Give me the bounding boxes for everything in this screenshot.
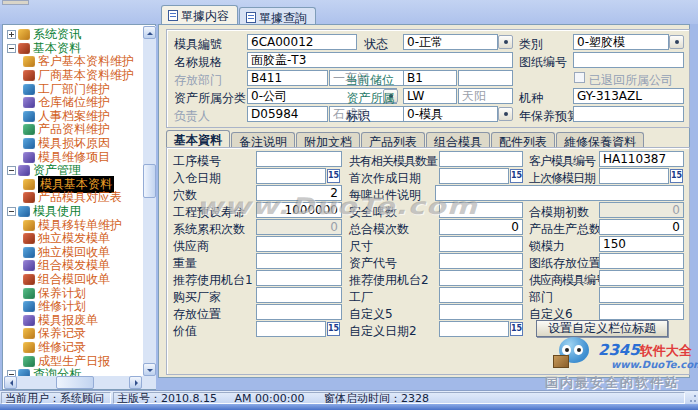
- scroll-up-button[interactable]: [143, 26, 156, 39]
- detail-tab-strip: 基本資料 备注说明 附加文档 产品列表 组合模具 配件列表 維修保養資料: [166, 130, 645, 148]
- collapse-icon[interactable]: [7, 44, 16, 53]
- shot-output-desc-input[interactable]: [435, 185, 684, 201]
- inbound-date-input[interactable]: [256, 168, 326, 184]
- purchase-vendor-input[interactable]: [256, 287, 342, 303]
- calendar-icon[interactable]: 15: [510, 169, 523, 183]
- mold-code-label: 模具編號: [174, 36, 222, 53]
- flag-combo-input[interactable]: [403, 106, 498, 122]
- store-dept-code-input[interactable]: [247, 70, 328, 86]
- collapse-icon[interactable]: [7, 207, 16, 216]
- calendar-icon[interactable]: 15: [510, 322, 523, 336]
- size-input[interactable]: [439, 236, 523, 252]
- status-dropdown-button[interactable]: [498, 35, 513, 49]
- mold-open-initial-input[interactable]: [599, 202, 684, 218]
- current-slot-name-input[interactable]: [458, 70, 513, 86]
- supplier-label: 供应商: [173, 238, 209, 255]
- tab-document-content[interactable]: 單據内容: [161, 5, 238, 24]
- status-combo-input[interactable]: [403, 34, 498, 50]
- department-label: 部门: [529, 289, 553, 306]
- watermark-site-url: www.DuoTe.com: [611, 359, 698, 370]
- set-custom-field-titles-button[interactable]: 设置自定义栏位标题: [536, 320, 668, 337]
- calendar-icon[interactable]: 15: [327, 322, 340, 336]
- drawing-no-input[interactable]: [573, 52, 684, 68]
- collapse-icon[interactable]: [7, 166, 16, 175]
- tab-document-query[interactable]: 單據查詢: [239, 7, 316, 24]
- calendar-icon[interactable]: 15: [327, 169, 340, 183]
- brand-number: 2345: [598, 341, 640, 359]
- watermark-brand: 2345软件大全: [598, 341, 692, 360]
- clamping-force-label: 锁模力: [529, 238, 565, 255]
- tree-vertical-scrollbar[interactable]: [143, 26, 156, 376]
- value-input[interactable]: [256, 321, 326, 337]
- related-mold-count-input[interactable]: [439, 151, 523, 167]
- cavity-count-label: 穴数: [173, 187, 197, 204]
- asset-owner-name-input[interactable]: [458, 88, 513, 104]
- product-total-input[interactable]: [599, 219, 684, 235]
- department-input[interactable]: [599, 287, 684, 303]
- scroll-left-button[interactable]: [4, 376, 17, 389]
- name-spec-input[interactable]: [247, 52, 513, 68]
- clamping-force-input[interactable]: [599, 236, 684, 252]
- tab-product-list[interactable]: 产品列表: [361, 132, 425, 148]
- asset-code-input[interactable]: [439, 253, 523, 269]
- tab-parts-list[interactable]: 配件列表: [491, 132, 555, 148]
- supplier-mold-no-input[interactable]: [599, 270, 684, 286]
- factory-input[interactable]: [439, 287, 523, 303]
- machine1-input[interactable]: [256, 270, 342, 286]
- mold-code-input[interactable]: [247, 34, 357, 50]
- resize-grip[interactable]: [687, 394, 697, 404]
- expand-icon[interactable]: [7, 30, 16, 39]
- tree-item-icon: [23, 84, 35, 95]
- weight-input[interactable]: [256, 253, 342, 269]
- total-mold-count-input[interactable]: [439, 219, 523, 235]
- category-combo-input[interactable]: [573, 34, 669, 50]
- supplier-input[interactable]: [256, 236, 342, 252]
- category-dropdown-button[interactable]: [669, 35, 684, 49]
- custom5-input[interactable]: [439, 304, 523, 320]
- tab-maintenance-data[interactable]: 維修保養資料: [556, 132, 644, 148]
- machine-type-label: 机种: [519, 90, 543, 107]
- drawing-location-input[interactable]: [599, 253, 684, 269]
- tree-item-icon: [23, 233, 35, 244]
- group-icon: [18, 29, 30, 40]
- tab-attachments[interactable]: 附加文档: [296, 132, 360, 148]
- flag-dropdown-button[interactable]: [498, 107, 513, 121]
- group-label: 查询分析: [33, 366, 81, 376]
- system-count-input[interactable]: [256, 219, 342, 235]
- first-made-date-input[interactable]: [439, 168, 509, 184]
- returned-checkbox[interactable]: [574, 72, 585, 83]
- cavity-count-input[interactable]: [256, 185, 342, 201]
- scroll-right-button[interactable]: [129, 376, 142, 389]
- process-mold-no-input[interactable]: [256, 151, 342, 167]
- horizontal-scroll-thumb[interactable]: [56, 376, 94, 389]
- asset-owner-code-input[interactable]: [403, 88, 457, 104]
- manager-code-input[interactable]: [247, 106, 328, 122]
- tab-remarks[interactable]: 备注说明: [231, 132, 295, 148]
- group-icon: [18, 206, 30, 217]
- tree-horizontal-scrollbar[interactable]: [4, 376, 156, 389]
- current-slot-code-input[interactable]: [403, 70, 457, 86]
- vertical-scroll-thumb[interactable]: [143, 164, 156, 198]
- tree-item-icon: [23, 274, 35, 285]
- storage-location-input[interactable]: [256, 304, 342, 320]
- value-label: 价值: [173, 323, 197, 340]
- custom6-input[interactable]: [599, 304, 684, 320]
- tree-item-icon: [23, 328, 35, 339]
- custom-date2-input[interactable]: [439, 321, 509, 337]
- tab-basic-data[interactable]: 基本資料: [166, 130, 230, 148]
- header-form-panel: 模具編號 状态 类別 名称規格 图纸编号 存放部门 当前储位 已退回所属公司 资…: [166, 29, 690, 128]
- design-life-input[interactable]: [256, 202, 342, 218]
- tree-item-icon: [23, 288, 35, 299]
- scroll-down-button[interactable]: [143, 363, 156, 376]
- customer-mold-no-input[interactable]: [599, 151, 684, 167]
- machine2-input[interactable]: [439, 270, 523, 286]
- group-icon: [18, 43, 30, 54]
- last-repair-date-input[interactable]: [599, 168, 669, 184]
- tree-group-query-analysis[interactable]: 查询分析: [7, 368, 142, 376]
- tab-label: 單據查詢: [259, 11, 307, 25]
- budget-input[interactable]: [573, 106, 684, 122]
- machine-type-input[interactable]: [573, 88, 684, 104]
- safety-shots-input[interactable]: [439, 202, 523, 218]
- tab-combined-mold[interactable]: 组合模具: [426, 132, 490, 148]
- calendar-icon[interactable]: 15: [670, 169, 683, 183]
